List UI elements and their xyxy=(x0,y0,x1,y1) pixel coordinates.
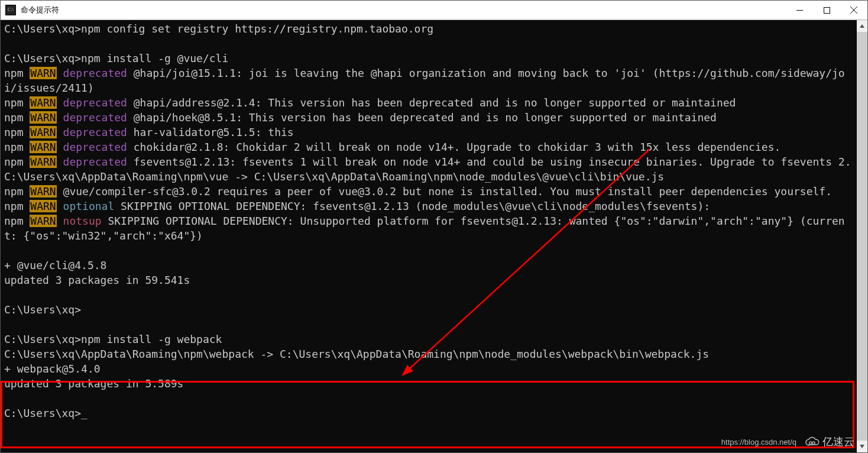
terminal-line: npm WARN deprecated fsevents@1.2.13: fse… xyxy=(4,154,854,169)
scroll-track[interactable] xyxy=(857,32,867,441)
terminal-line xyxy=(4,287,854,302)
minimize-button[interactable] xyxy=(786,1,813,20)
terminal-line: C:\Users\xq>npm install -g webpack xyxy=(4,332,854,347)
terminal-output[interactable]: C:\Users\xq>npm config set registry http… xyxy=(1,20,857,452)
terminal-line xyxy=(4,36,854,51)
scroll-up-icon[interactable] xyxy=(857,20,867,32)
terminal-line: npm WARN optional SKIPPING OPTIONAL DEPE… xyxy=(4,199,854,213)
terminal-line: npm WARN deprecated @hapi/joi@15.1.1: jo… xyxy=(4,66,854,95)
terminal-line: C:\Users\xq>npm config set registry http… xyxy=(4,21,854,36)
svg-point-9 xyxy=(812,442,815,444)
watermark-url: https://blog.csdn.net/q xyxy=(721,438,796,446)
terminal-line: C:\Users\xq\AppData\Roaming\npm\webpack … xyxy=(4,347,854,361)
terminal-line: C:\Users\xq>_ xyxy=(4,406,854,420)
watermark-brand: 亿速云 xyxy=(805,435,854,449)
terminal-line xyxy=(4,391,854,406)
watermark-brand-text: 亿速云 xyxy=(822,435,854,449)
terminal-line: C:\Users\xq>npm install -g @vue/cli xyxy=(4,51,854,66)
terminal-area: C:\Users\xq>npm config set registry http… xyxy=(1,20,867,452)
terminal-line xyxy=(4,317,854,332)
terminal-line: + @vue/cli@4.5.8 xyxy=(4,258,854,273)
terminal-line: + webpack@5.4.0 xyxy=(4,361,854,376)
terminal-line: C:\Users\xq\AppData\Roaming\npm\vue -> C… xyxy=(4,169,854,184)
scrollbar[interactable] xyxy=(857,20,867,452)
terminal-line: updated 3 packages in 5.589s xyxy=(4,376,854,391)
terminal-line: npm WARN notsup SKIPPING OPTIONAL DEPEND… xyxy=(4,213,854,243)
close-button[interactable] xyxy=(840,1,867,20)
svg-marker-6 xyxy=(860,24,864,28)
terminal-line: npm WARN deprecated chokidar@2.1.8: Chok… xyxy=(4,140,854,154)
terminal-line: npm WARN @vue/compiler-sfc@3.0.2 require… xyxy=(4,184,854,199)
scroll-thumb[interactable] xyxy=(857,32,867,441)
maximize-button[interactable] xyxy=(813,1,840,20)
window-buttons xyxy=(786,1,867,20)
terminal-line xyxy=(4,243,854,258)
app-window: 命令提示符 C:\Users\xq>npm config set registr… xyxy=(0,0,868,453)
terminal-line: updated 3 packages in 59.541s xyxy=(4,273,854,287)
svg-point-8 xyxy=(809,442,812,444)
watermark: https://blog.csdn.net/q 亿速云 xyxy=(721,435,854,449)
scroll-down-icon[interactable] xyxy=(857,441,867,452)
window-title: 命令提示符 xyxy=(21,5,59,15)
terminal-line: npm WARN deprecated @hapi/hoek@8.5.1: Th… xyxy=(4,110,854,125)
svg-rect-1 xyxy=(824,7,830,13)
terminal-line: npm WARN deprecated @hapi/address@2.1.4:… xyxy=(4,95,854,110)
cmd-icon xyxy=(5,5,16,15)
svg-marker-7 xyxy=(860,445,864,448)
terminal-line: npm WARN deprecated har-validator@5.1.5:… xyxy=(4,125,854,140)
cloud-icon xyxy=(805,436,820,447)
terminal-line: C:\Users\xq> xyxy=(4,302,854,317)
titlebar[interactable]: 命令提示符 xyxy=(1,1,867,20)
